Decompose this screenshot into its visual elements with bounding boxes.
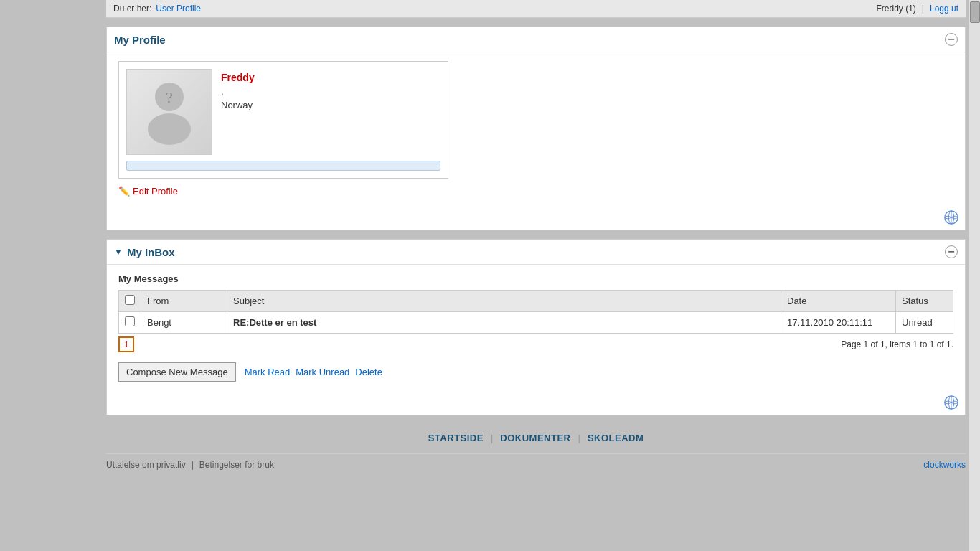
footer-sep-2: | xyxy=(578,433,580,443)
compose-new-message-button[interactable]: Compose New Message xyxy=(118,362,236,382)
footer-nav-links: STARTSIDE | DOKUMENTER | SKOLEADM xyxy=(106,433,966,443)
breadcrumb-separator: | xyxy=(922,4,924,14)
msg-subject-text[interactable]: RE:Dette er en test xyxy=(233,317,316,328)
edit-profile-link[interactable]: ✏️ Edit Profile xyxy=(118,186,953,197)
inbox-collapse-btn[interactable]: − xyxy=(945,245,958,258)
profile-collapse-btn[interactable]: − xyxy=(945,33,958,46)
profile-progress-bar xyxy=(126,161,440,171)
inbox-section-title: ▼ My InBox xyxy=(114,246,175,258)
profile-card: ? Freddy , Norway xyxy=(118,61,448,179)
scrollbar-thumb[interactable] xyxy=(970,1,980,23)
profile-settings-icon[interactable] xyxy=(943,209,959,225)
inbox-arrow-icon: ▼ xyxy=(114,247,123,257)
inbox-title-text: My InBox xyxy=(127,246,175,258)
edit-profile-label: Edit Profile xyxy=(133,186,178,197)
action-links: Mark Read Mark Unread Delete xyxy=(245,367,382,377)
profile-section-title: My Profile xyxy=(114,34,166,46)
scrollbar[interactable] xyxy=(969,0,980,551)
logout-link[interactable]: Logg ut xyxy=(930,4,958,14)
table-header-row: From Subject Date Status xyxy=(119,291,953,312)
my-profile-panel: My Profile − ? xyxy=(106,27,966,230)
inbox-section-body: My Messages From Subject Date Status xyxy=(107,265,965,390)
col-header-status: Status xyxy=(896,291,953,312)
page-1-btn[interactable]: 1 xyxy=(118,336,134,352)
avatar: ? xyxy=(126,69,212,155)
col-header-from: From xyxy=(141,291,227,312)
mark-read-link[interactable]: Mark Read xyxy=(245,367,291,377)
row-status: Unread xyxy=(896,312,953,334)
profile-text: Freddy , Norway xyxy=(221,69,255,110)
col-header-date: Date xyxy=(781,291,896,312)
clockworks-link[interactable]: clockworks xyxy=(923,460,966,470)
bottom-footer: Uttalelse om privatliv | Betingelser for… xyxy=(106,453,966,476)
row-date: 17.11.2010 20:11:11 xyxy=(781,312,896,334)
messages-table: From Subject Date Status Bengt RE:D xyxy=(118,290,953,334)
breadcrumb-user-profile-link[interactable]: User Profile xyxy=(156,4,201,14)
pagination-row: 1 Page 1 of 1, items 1 to 1 of 1. xyxy=(118,334,953,355)
profile-section-header: My Profile − xyxy=(107,27,965,52)
table-row: Bengt RE:Dette er en test 17.11.2010 20:… xyxy=(119,312,953,334)
profile-info-row: ? Freddy , Norway xyxy=(126,69,440,155)
select-all-checkbox[interactable] xyxy=(125,295,135,305)
pencil-icon: ✏️ xyxy=(118,186,130,197)
page-info: Page 1 of 1, items 1 to 1 of 1. xyxy=(841,339,953,349)
breadcrumb-label: Du er her: xyxy=(113,4,151,14)
col-header-checkbox xyxy=(119,291,141,312)
profile-globe-wrap xyxy=(107,205,965,230)
profile-section-body: ? Freddy , Norway ✏️ xyxy=(107,52,965,205)
breadcrumb-right: Freddy (1) | Logg ut xyxy=(876,4,958,14)
bottom-footer-left: Uttalelse om privatliv | Betingelser for… xyxy=(106,460,274,470)
avatar-silhouette-icon: ? xyxy=(137,75,202,147)
row-checkbox-cell xyxy=(119,312,141,334)
my-inbox-panel: ▼ My InBox − My Messages From Subject xyxy=(106,239,966,415)
page-wrapper: Du er her: User Profile Freddy (1) | Log… xyxy=(0,0,980,551)
footer-nav-startside[interactable]: STARTSIDE xyxy=(428,433,484,443)
profile-comma: , xyxy=(221,86,255,97)
action-row: Compose New Message Mark Read Mark Unrea… xyxy=(118,362,953,382)
my-messages-label: My Messages xyxy=(118,273,953,284)
privacy-link[interactable]: Uttalelse om privatliv xyxy=(106,460,186,470)
inbox-globe-wrap xyxy=(107,390,965,415)
profile-name: Freddy xyxy=(221,72,255,83)
row-from: Bengt xyxy=(141,312,227,334)
inbox-section-header: ▼ My InBox − xyxy=(107,240,965,265)
row-subject: RE:Dette er en test xyxy=(227,312,781,334)
profile-country: Norway xyxy=(221,100,255,110)
inbox-settings-icon[interactable] xyxy=(943,395,959,410)
footer-nav-dokumenter[interactable]: DOKUMENTER xyxy=(500,433,570,443)
breadcrumb-bar: Du er her: User Profile Freddy (1) | Log… xyxy=(106,0,966,18)
profile-title-text: My Profile xyxy=(114,34,166,46)
bottom-footer-separator: | xyxy=(192,460,194,470)
col-header-subject: Subject xyxy=(227,291,781,312)
avatar-placeholder: ? xyxy=(137,75,202,149)
breadcrumb-left: Du er her: User Profile xyxy=(113,4,201,14)
svg-point-1 xyxy=(148,113,191,145)
main-content: Du er her: User Profile Freddy (1) | Log… xyxy=(106,0,966,490)
footer-nav-skoleadm[interactable]: SKOLEADM xyxy=(588,433,644,443)
user-info: Freddy (1) xyxy=(876,4,915,14)
footer-sep-1: | xyxy=(491,433,493,443)
row-checkbox[interactable] xyxy=(125,316,135,326)
terms-link[interactable]: Betingelser for bruk xyxy=(199,460,274,470)
footer-nav: STARTSIDE | DOKUMENTER | SKOLEADM xyxy=(106,421,966,449)
page-numbers: 1 xyxy=(118,336,134,352)
delete-link[interactable]: Delete xyxy=(355,367,382,377)
svg-text:?: ? xyxy=(166,88,173,106)
mark-unread-link[interactable]: Mark Unread xyxy=(296,367,349,377)
